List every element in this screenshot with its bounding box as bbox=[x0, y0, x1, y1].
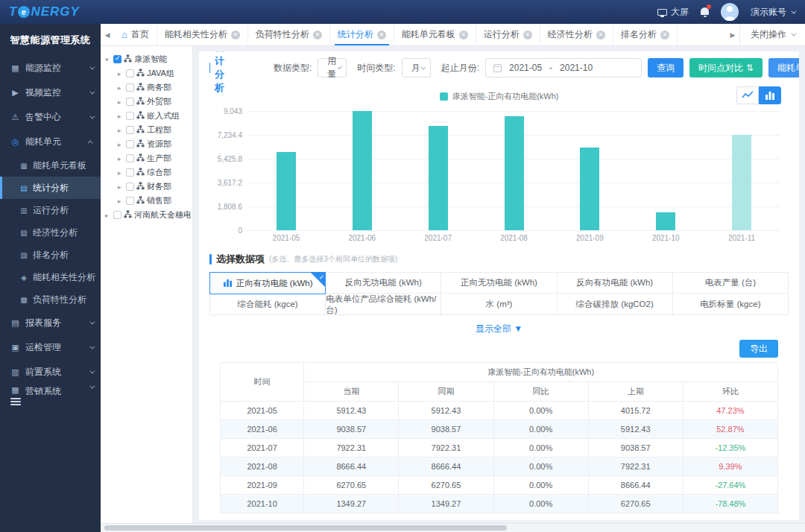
caret-right-icon[interactable]: ▸ bbox=[118, 197, 124, 205]
tree-child-node-8[interactable]: ▸财务部 bbox=[105, 180, 191, 194]
tree-checkbox[interactable] bbox=[126, 154, 134, 162]
close-icon[interactable]: ✕ bbox=[596, 31, 605, 39]
legend-item[interactable]: 康派智能-正向有功电能(kWh) bbox=[440, 91, 559, 102]
tree-child-node-4[interactable]: ▸工程部 bbox=[105, 123, 191, 137]
data-item-option-8[interactable]: 综合碳排放 (kgCO2) bbox=[558, 294, 673, 315]
close-operations-menu[interactable]: 关闭操作 bbox=[739, 24, 805, 45]
account-menu[interactable]: 演示账号 bbox=[751, 6, 795, 19]
bar-2021-11[interactable] bbox=[732, 135, 751, 230]
data-item-option-1[interactable]: 反向无功电能 (kWh) bbox=[326, 273, 441, 294]
data-item-option-2[interactable]: 正向无功电能 (kWh) bbox=[441, 273, 557, 294]
caret-right-icon[interactable]: ▸ bbox=[118, 141, 124, 148]
sidebar-item-0[interactable]: ▦能源监控 bbox=[0, 56, 101, 80]
time-type-select[interactable]: 月 bbox=[402, 58, 431, 77]
caret-right-icon[interactable]: ▸ bbox=[118, 70, 124, 77]
caret-right-icon[interactable]: ▸ bbox=[118, 127, 124, 134]
data-type-select[interactable]: 用量 bbox=[318, 58, 347, 77]
sidebar-item-4[interactable]: ▤报表服务 bbox=[0, 311, 101, 335]
tab-scroll-left-icon[interactable]: ◀ bbox=[101, 24, 114, 45]
tree-checkbox[interactable] bbox=[126, 140, 134, 148]
sidebar-item-7[interactable]: ▦营销系统 bbox=[0, 384, 101, 395]
sidebar-subitem-6[interactable]: ▩负荷特性分析 bbox=[0, 288, 101, 311]
sidebar-item-1[interactable]: ▶视频监控 bbox=[0, 80, 101, 105]
bar-2021-06[interactable] bbox=[353, 111, 372, 230]
bar-2021-08[interactable] bbox=[505, 116, 524, 230]
tab-5[interactable]: 经济性分析✕ bbox=[540, 24, 613, 45]
close-icon[interactable]: ✕ bbox=[231, 31, 240, 39]
notifications-button[interactable] bbox=[701, 7, 709, 17]
tree-checkbox[interactable] bbox=[126, 197, 134, 205]
user-avatar[interactable] bbox=[721, 3, 739, 21]
sidebar-subitem-4[interactable]: ▨排名分析 bbox=[0, 244, 101, 266]
caret-right-icon[interactable]: ▸ bbox=[118, 98, 124, 106]
tree-sibling-node[interactable]: ▸河南航天金穗电子有 bbox=[105, 208, 191, 222]
caret-right-icon[interactable]: ▸ bbox=[118, 169, 124, 177]
tab-4[interactable]: 运行分析✕ bbox=[476, 24, 540, 45]
bar-2021-07[interactable] bbox=[429, 126, 448, 230]
tree-child-node-9[interactable]: ▸销售部 bbox=[105, 194, 191, 208]
line-chart-toggle[interactable] bbox=[736, 86, 759, 104]
tree-child-node-0[interactable]: ▸JAVA组 bbox=[105, 66, 191, 80]
bar-chart-toggle[interactable] bbox=[759, 86, 781, 104]
show-all-link[interactable]: 显示全部 ▼ bbox=[209, 323, 789, 335]
sidebar-subitem-5[interactable]: ◈能耗相关性分析 bbox=[0, 266, 101, 288]
tree-child-node-2[interactable]: ▸外贸部 bbox=[105, 95, 191, 109]
menu-collapse-icon[interactable] bbox=[10, 398, 21, 405]
tree-checkbox[interactable] bbox=[126, 69, 134, 77]
caret-right-icon[interactable]: ▸ bbox=[105, 212, 111, 219]
sidebar-subitem-0[interactable]: ▦能耗单元看板 bbox=[0, 154, 101, 177]
data-item-option-3[interactable]: 反向有功电能 (kWh) bbox=[558, 273, 673, 294]
sidebar-item-2[interactable]: ⚠告警中心 bbox=[0, 105, 101, 130]
tree-checkbox[interactable] bbox=[113, 211, 121, 219]
month-range-picker[interactable]: 2021-05 - 2021-10 bbox=[485, 58, 642, 77]
sidebar-subitem-3[interactable]: ▧经济性分析 bbox=[0, 221, 101, 244]
close-icon[interactable]: ✕ bbox=[313, 31, 322, 39]
data-item-option-6[interactable]: 电表单位产品综合能耗 (kWh/台) bbox=[326, 294, 441, 315]
close-icon[interactable]: ✕ bbox=[377, 31, 386, 39]
tab-6[interactable]: 排名分析✕ bbox=[613, 24, 678, 45]
bar-2021-05[interactable] bbox=[277, 152, 296, 230]
data-item-option-4[interactable]: 电表产量 (台) bbox=[673, 273, 789, 294]
sidebar-subitem-1[interactable]: ▤统计分析 bbox=[0, 177, 101, 199]
tree-checkbox[interactable] bbox=[113, 55, 121, 63]
close-icon[interactable]: ✕ bbox=[523, 31, 532, 39]
tree-child-node-1[interactable]: ▸商务部 bbox=[105, 80, 191, 95]
time-compare-button[interactable]: 时间点对比⇅ bbox=[689, 58, 763, 77]
caret-down-icon[interactable]: ▾ bbox=[105, 56, 111, 63]
tree-checkbox[interactable] bbox=[126, 183, 134, 191]
close-icon[interactable]: ✕ bbox=[459, 31, 468, 39]
tree-checkbox[interactable] bbox=[126, 98, 134, 106]
caret-right-icon[interactable]: ▸ bbox=[118, 113, 124, 120]
tree-checkbox[interactable] bbox=[126, 126, 134, 134]
tab-2[interactable]: 统计分析✕ bbox=[330, 24, 394, 45]
close-icon[interactable]: ✕ bbox=[660, 31, 669, 39]
export-button[interactable]: 导出 bbox=[739, 340, 778, 358]
sidebar-subitem-2[interactable]: ▥运行分析 bbox=[0, 199, 101, 221]
tree-child-node-6[interactable]: ▸生产部 bbox=[105, 151, 191, 165]
tab-3[interactable]: 能耗单元看板✕ bbox=[394, 24, 476, 45]
sidebar-item-5[interactable]: ▣运检管理 bbox=[0, 335, 101, 360]
bar-2021-09[interactable] bbox=[580, 148, 599, 230]
energy-unit-kanban-button[interactable]: 能耗单元看板 bbox=[768, 58, 799, 77]
caret-right-icon[interactable]: ▸ bbox=[118, 183, 124, 191]
sidebar-item-6[interactable]: ▥前置系统 bbox=[0, 360, 101, 384]
horizontal-scrollbar[interactable] bbox=[101, 523, 805, 532]
tree-child-node-5[interactable]: ▸资源部 bbox=[105, 137, 191, 151]
tab-scroll-right-icon[interactable]: ▶ bbox=[726, 24, 739, 45]
tree-child-node-3[interactable]: ▸嵌入式组 bbox=[105, 109, 191, 123]
tree-root-node[interactable]: ▾康派智能 bbox=[105, 52, 191, 66]
tab-1[interactable]: 负荷特性分析✕ bbox=[248, 24, 330, 45]
query-button[interactable]: 查询 bbox=[648, 58, 684, 77]
tree-child-node-7[interactable]: ▸综合部 bbox=[105, 165, 191, 180]
sidebar-item-3[interactable]: ◎能耗单元 bbox=[0, 130, 101, 154]
tree-checkbox[interactable] bbox=[126, 168, 134, 177]
bar-2021-10[interactable] bbox=[656, 212, 675, 230]
data-item-option-9[interactable]: 电折标量 (kgce) bbox=[673, 294, 789, 315]
scrollbar-thumb[interactable] bbox=[104, 525, 507, 531]
data-item-option-7[interactable]: 水 (m³) bbox=[441, 294, 557, 315]
tab-home[interactable]: ⌂ 首页 bbox=[114, 24, 157, 45]
data-item-option-5[interactable]: 综合能耗 (kgce) bbox=[210, 294, 326, 315]
big-screen-button[interactable]: 大屏 bbox=[657, 6, 689, 19]
caret-right-icon[interactable]: ▸ bbox=[118, 155, 124, 162]
data-item-option-0[interactable]: 正向有功电能 (kWh)✓ bbox=[209, 272, 326, 294]
